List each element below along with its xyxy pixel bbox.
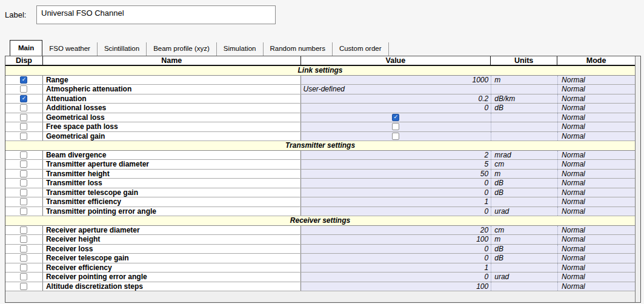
param-value[interactable]: 0.2 — [301, 94, 491, 104]
disp-checkbox[interactable]: ✓ — [20, 254, 27, 262]
param-mode[interactable]: Normal — [557, 188, 635, 197]
disp-checkbox[interactable]: ✓ — [20, 123, 27, 130]
param-row-attenuation: ✓Attenuation0.2dB/kmNormal — [5, 94, 635, 104]
param-value[interactable]: 100 — [301, 282, 491, 291]
param-mode[interactable]: Normal — [557, 122, 635, 131]
tab-random-numbers[interactable]: Random numbers — [264, 42, 333, 56]
param-mode[interactable]: Normal — [557, 282, 635, 291]
disp-checkbox[interactable]: ✓ — [20, 95, 27, 102]
param-name: Transmitter loss — [43, 179, 301, 188]
tab-fso-weather[interactable]: FSO weather — [42, 42, 98, 56]
param-value[interactable]: User-defined — [301, 85, 491, 94]
disp-checkbox[interactable]: ✓ — [20, 179, 27, 187]
disp-checkbox[interactable]: ✓ — [20, 198, 27, 205]
param-name: Beam divergence — [43, 151, 301, 160]
disp-checkbox[interactable]: ✓ — [20, 245, 27, 253]
disp-cell: ✓ — [5, 263, 43, 273]
tab-bar: Main FSO weather Scintillation Beam prof… — [10, 40, 389, 56]
param-mode[interactable]: Normal — [557, 76, 635, 85]
tab-custom-order[interactable]: Custom order — [333, 42, 389, 56]
disp-checkbox[interactable]: ✓ — [20, 170, 27, 177]
param-value[interactable]: 0 — [301, 188, 491, 197]
scrollbar-track — [636, 56, 640, 302]
param-units[interactable]: urad — [491, 273, 557, 282]
param-units[interactable]: dB — [491, 188, 557, 197]
value-checkbox[interactable]: ✓ — [392, 123, 399, 130]
param-mode[interactable]: Normal — [557, 179, 635, 188]
param-value[interactable]: 50 — [301, 170, 491, 179]
param-mode[interactable]: Normal — [557, 85, 635, 94]
section-title: Receiver settings — [5, 216, 635, 225]
param-name: Receiver loss — [43, 245, 301, 254]
param-value[interactable]: 1000 — [301, 76, 491, 85]
disp-checkbox[interactable]: ✓ — [20, 133, 27, 140]
param-units[interactable]: cm — [491, 160, 557, 169]
param-mode[interactable]: Normal — [557, 226, 635, 235]
param-units[interactable]: dB — [491, 104, 557, 113]
param-row-range: ✓Range1000mNormal — [5, 76, 635, 85]
disp-cell: ✓ — [5, 197, 43, 207]
param-mode[interactable]: Normal — [557, 94, 635, 104]
tab-scintillation[interactable]: Scintillation — [98, 42, 147, 56]
label-input[interactable] — [36, 5, 276, 24]
disp-checkbox[interactable]: ✓ — [20, 76, 27, 84]
param-value[interactable]: 100 — [301, 235, 491, 244]
disp-checkbox[interactable]: ✓ — [20, 273, 27, 280]
param-value[interactable]: 0 — [301, 273, 491, 282]
param-mode[interactable]: Normal — [557, 207, 635, 216]
param-units — [491, 197, 557, 207]
param-mode[interactable]: Normal — [557, 263, 635, 273]
disp-checkbox[interactable]: ✓ — [20, 236, 27, 243]
param-mode[interactable]: Normal — [557, 113, 635, 122]
disp-checkbox[interactable]: ✓ — [20, 208, 27, 215]
disp-checkbox[interactable]: ✓ — [20, 114, 27, 121]
value-checkbox[interactable]: ✓ — [392, 114, 399, 121]
param-value[interactable]: 5 — [301, 160, 491, 169]
disp-checkbox[interactable]: ✓ — [20, 264, 27, 271]
param-units[interactable]: mrad — [491, 151, 557, 160]
disp-checkbox[interactable]: ✓ — [20, 160, 27, 168]
param-mode[interactable]: Normal — [557, 254, 635, 263]
param-mode[interactable]: Normal — [557, 197, 635, 207]
param-units[interactable]: dB — [491, 179, 557, 188]
param-units[interactable]: cm — [491, 226, 557, 235]
param-mode[interactable]: Normal — [557, 235, 635, 244]
param-mode[interactable]: Normal — [557, 160, 635, 169]
param-value[interactable]: 0 — [301, 207, 491, 216]
col-header-mode: Mode — [557, 56, 635, 65]
tab-main[interactable]: Main — [10, 40, 42, 56]
tab-beam-profile-xyz[interactable]: Beam profile (xyz) — [147, 42, 217, 56]
param-mode[interactable]: Normal — [557, 132, 635, 141]
section-title: Transmitter settings — [5, 141, 635, 150]
param-value[interactable]: 2 — [301, 151, 491, 160]
value-checkbox[interactable]: ✓ — [392, 133, 399, 140]
disp-cell: ✓ — [5, 254, 43, 263]
param-units[interactable]: urad — [491, 207, 557, 216]
param-units[interactable]: m — [491, 235, 557, 244]
param-units[interactable]: dB/km — [491, 94, 557, 104]
param-mode[interactable]: Normal — [557, 170, 635, 179]
param-value[interactable]: 0 — [301, 245, 491, 254]
param-value[interactable]: 20 — [301, 226, 491, 235]
param-value[interactable]: 0 — [301, 104, 491, 113]
param-mode[interactable]: Normal — [557, 245, 635, 254]
disp-cell: ✓ — [5, 160, 43, 169]
tab-simulation[interactable]: Simulation — [217, 42, 264, 56]
disp-checkbox[interactable]: ✓ — [20, 151, 27, 159]
disp-checkbox[interactable]: ✓ — [20, 189, 27, 196]
param-value[interactable]: 1 — [301, 197, 491, 207]
param-units[interactable]: dB — [491, 254, 557, 263]
param-mode[interactable]: Normal — [557, 104, 635, 113]
param-value[interactable]: 1 — [301, 263, 491, 273]
param-value[interactable]: 0 — [301, 179, 491, 188]
param-units[interactable]: m — [491, 170, 557, 179]
disp-checkbox[interactable]: ✓ — [20, 226, 27, 234]
disp-checkbox[interactable]: ✓ — [20, 104, 27, 111]
param-mode[interactable]: Normal — [557, 273, 635, 282]
param-units[interactable]: dB — [491, 245, 557, 254]
disp-checkbox[interactable]: ✓ — [20, 85, 27, 93]
param-mode[interactable]: Normal — [557, 151, 635, 160]
param-value[interactable]: 0 — [301, 254, 491, 263]
disp-checkbox[interactable]: ✓ — [20, 283, 27, 290]
param-units[interactable]: m — [491, 76, 557, 85]
